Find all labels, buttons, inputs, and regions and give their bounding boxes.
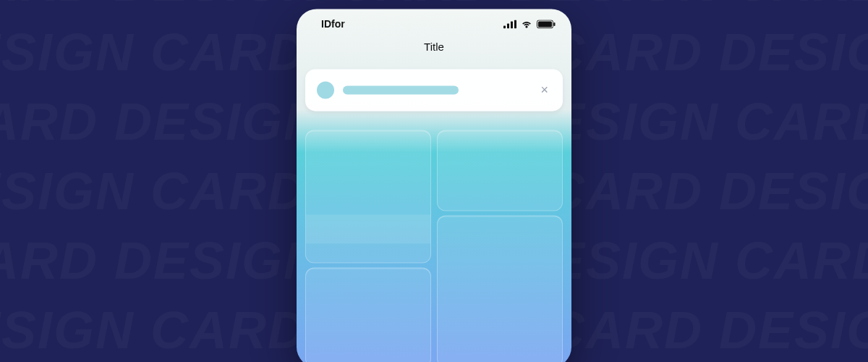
svg-rect-1	[507, 23, 509, 28]
close-icon[interactable]: ×	[537, 80, 551, 99]
svg-rect-5	[538, 21, 552, 27]
grid-tile[interactable]	[437, 130, 563, 211]
grid-tile[interactable]	[305, 268, 431, 362]
search-card[interactable]: ×	[305, 69, 563, 111]
content-area: ×	[297, 63, 571, 362]
avatar-placeholder	[317, 81, 334, 98]
device-frame: IDfor Title ×	[297, 9, 571, 362]
svg-rect-3	[514, 20, 516, 28]
status-icons	[503, 20, 556, 28]
tile-bar	[306, 215, 430, 244]
grid-tile[interactable]	[305, 130, 431, 263]
bg-row: CARD DESIGN CARD DESIGN CARD DESIGN CARD…	[0, 0, 868, 9]
page-title: Title	[297, 36, 571, 63]
cellular-signal-icon	[503, 20, 516, 28]
grid-tile[interactable]	[437, 215, 563, 362]
svg-rect-6	[554, 22, 556, 26]
card-grid	[305, 130, 563, 362]
text-placeholder	[343, 85, 459, 94]
svg-rect-0	[503, 25, 506, 28]
battery-icon	[537, 20, 556, 28]
status-bar: IDfor	[297, 9, 571, 36]
wifi-icon	[521, 20, 532, 28]
carrier-label: IDfor	[321, 18, 345, 30]
svg-rect-2	[511, 21, 513, 28]
